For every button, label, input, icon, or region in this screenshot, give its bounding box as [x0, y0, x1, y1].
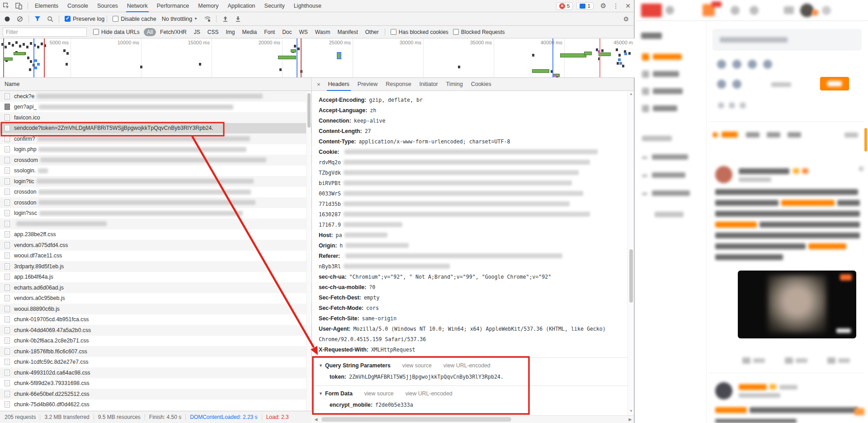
- post-link-text[interactable]: [808, 243, 846, 249]
- request-row[interactable]: chunk-66e50bef.d2252512.css: [0, 389, 311, 399]
- close-devtools-icon[interactable]: ✕: [622, 2, 634, 10]
- tab-application[interactable]: Application: [223, 0, 259, 12]
- resource-filter-js[interactable]: JS: [191, 28, 203, 36]
- feed-tab-active[interactable]: [722, 132, 738, 138]
- request-row[interactable]: echarts.ad6d06ad.js: [0, 282, 311, 293]
- avatar[interactable]: [800, 4, 814, 17]
- mini-icon[interactable]: [718, 102, 724, 109]
- scroll-up-icon[interactable]: ▲: [628, 92, 634, 97]
- scroll-down-icon[interactable]: ▼: [628, 409, 634, 414]
- share-icon[interactable]: [742, 357, 750, 364]
- comment-icon[interactable]: [785, 357, 793, 364]
- like-icon[interactable]: [827, 357, 835, 364]
- request-row[interactable]: chunk-5f89d2e3.79331698.css: [0, 378, 311, 389]
- details-vertical-scrollbar[interactable]: ▲ ▼: [627, 91, 634, 415]
- post-video-thumbnail[interactable]: [738, 271, 856, 338]
- tab-memory[interactable]: Memory: [193, 0, 223, 12]
- more-compose-icon[interactable]: [732, 80, 741, 89]
- username[interactable]: [739, 384, 767, 390]
- resource-filter-css[interactable]: CSS: [204, 28, 222, 36]
- import-har-icon[interactable]: [221, 15, 230, 23]
- feed-tab-settings[interactable]: [844, 133, 858, 138]
- compose-input[interactable]: [712, 29, 862, 51]
- request-row-selected[interactable]: sendcode?token=2ZmVhLDgMAFBRiT5WSjjBpgwo…: [0, 123, 311, 134]
- feed-tab[interactable]: [788, 132, 801, 138]
- request-row[interactable]: vendors.a0c95beb.js: [0, 293, 311, 304]
- request-row[interactable]: chunk-0b2f6aca.2c8e2b71.css: [0, 336, 311, 347]
- scrollbar-thumb[interactable]: [307, 93, 311, 128]
- has-blocked-cookies-checkbox[interactable]: [391, 29, 396, 35]
- grid-icon[interactable]: [731, 6, 740, 15]
- resource-filter-fetchxhr[interactable]: Fetch/XHR: [157, 28, 190, 36]
- request-row[interactable]: chunk-04dd4069.47a5a2b0.css: [0, 325, 311, 336]
- resource-filter-manifest[interactable]: Manifest: [334, 28, 361, 36]
- avatar[interactable]: [715, 382, 732, 399]
- video-icon[interactable]: [748, 60, 757, 69]
- username[interactable]: [739, 168, 789, 174]
- filter-icon[interactable]: [33, 15, 42, 23]
- request-row[interactable]: ssologin.: [0, 166, 311, 176]
- tab-performance[interactable]: Performance: [152, 0, 194, 12]
- page-scrollbar-thumb[interactable]: [864, 128, 867, 152]
- request-row[interactable]: crossdon: [0, 197, 311, 208]
- request-row[interactable]: chunk-1cdfc59c.8d2e27e7.css: [0, 357, 311, 368]
- feed-tab[interactable]: [746, 132, 760, 138]
- search-icon[interactable]: [665, 6, 674, 14]
- view-source-link[interactable]: view source: [364, 390, 394, 397]
- settings-gear-icon[interactable]: ⚙: [597, 2, 609, 10]
- tab-console[interactable]: Console: [63, 0, 93, 12]
- post-link-text[interactable]: [715, 222, 757, 228]
- resource-filter-wasm[interactable]: Wasm: [312, 28, 334, 36]
- view-url-encoded-link[interactable]: view URL-encoded: [443, 362, 491, 369]
- request-row[interactable]: app.238be2ff.css: [0, 229, 311, 240]
- request-row[interactable]: chunk-75d4b860.df0d4622.css: [0, 399, 311, 410]
- send-button[interactable]: [820, 77, 849, 90]
- request-row[interactable]: crossdon: [0, 187, 311, 198]
- resource-filter-all[interactable]: All: [144, 28, 156, 36]
- clear-icon[interactable]: [15, 15, 24, 23]
- export-har-icon[interactable]: [233, 15, 242, 23]
- feed-tab[interactable]: [767, 132, 780, 138]
- details-tab-response[interactable]: Response: [382, 78, 415, 90]
- request-row[interactable]: login?ssc: [0, 208, 311, 219]
- disable-cache-checkbox[interactable]: [113, 16, 118, 22]
- tab-elements[interactable]: Elements: [30, 0, 63, 12]
- view-source-link[interactable]: view source: [402, 362, 432, 369]
- tab-security[interactable]: Security: [260, 0, 289, 12]
- more-icon[interactable]: [822, 6, 831, 15]
- visibility-label[interactable]: [771, 82, 791, 87]
- request-row[interactable]: favicon.ico: [0, 112, 311, 123]
- tab-network[interactable]: Network: [123, 0, 152, 12]
- bell-icon[interactable]: [750, 6, 759, 15]
- sidebar-item[interactable]: [653, 105, 677, 111]
- site-logo[interactable]: [641, 4, 662, 17]
- sidebar-item[interactable]: [653, 88, 683, 94]
- resource-filter-ws[interactable]: WS: [296, 28, 311, 36]
- device-toolbar-icon[interactable]: [14, 2, 24, 10]
- mini-icon[interactable]: [740, 102, 746, 109]
- post-link-text[interactable]: [781, 200, 835, 206]
- sidebar-item-active[interactable]: [653, 54, 682, 60]
- request-row[interactable]: crossdom: [0, 155, 311, 166]
- console-error-badge[interactable]: ✕ 5: [556, 2, 573, 10]
- network-conditions-icon[interactable]: [203, 15, 212, 23]
- close-details-icon[interactable]: ×: [312, 81, 324, 88]
- network-settings-gear-icon[interactable]: ⚙: [620, 15, 632, 23]
- record-icon[interactable]: [3, 15, 12, 23]
- request-row[interactable]: chunk-4993102d.ca64ac98.css: [0, 367, 311, 378]
- request-list-scrollbar[interactable]: [306, 91, 311, 411]
- details-tab-timing[interactable]: Timing: [442, 78, 467, 90]
- filter-input[interactable]: [3, 28, 87, 37]
- request-row[interactable]: wooui.88890c6b.js: [0, 304, 311, 314]
- details-tab-preview[interactable]: Preview: [354, 78, 382, 90]
- mail-icon[interactable]: [784, 6, 794, 14]
- inspect-element-icon[interactable]: [2, 2, 11, 10]
- request-row[interactable]: chunk-019705cd.4b951fca.css: [0, 314, 311, 325]
- resource-filter-doc[interactable]: Doc: [279, 28, 295, 36]
- console-message-badge[interactable]: 1: [576, 2, 593, 10]
- details-horizontal-scrollbar[interactable]: ◀ ▶: [312, 415, 634, 423]
- hide-data-urls-checkbox[interactable]: [93, 29, 99, 35]
- emoji-icon[interactable]: [717, 60, 726, 69]
- post-hashtag[interactable]: [715, 407, 747, 413]
- request-row[interactable]: 3rdparty.89d5f1eb.js: [0, 261, 311, 272]
